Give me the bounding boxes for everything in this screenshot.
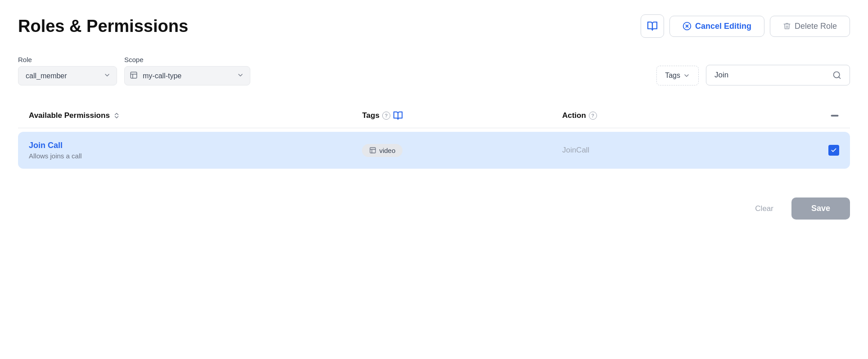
tags-filter-label: Tags [665,72,680,80]
search-icon [832,71,841,80]
tag-label: video [379,147,395,154]
form-row: Role call_member Scope my-call-type [18,56,850,85]
delete-role-button[interactable]: Delete Role [770,16,850,37]
role-label: Role [18,56,117,63]
col-header-tags: Tags ? [362,111,562,121]
svg-rect-6 [832,115,838,116]
col-permissions-label: Available Permissions [29,111,110,120]
svg-line-5 [839,77,841,79]
role-field-group: Role call_member [18,56,117,85]
scope-field-group: Scope my-call-type [124,56,250,85]
svg-rect-7 [370,148,375,153]
tag-type-icon [369,147,376,154]
search-input[interactable] [714,71,829,80]
delete-role-label: Delete Role [795,22,837,31]
col-header-permissions: Available Permissions [29,111,362,120]
cancel-icon [683,22,692,31]
tags-help-icon[interactable]: ? [382,112,390,120]
table-header: Available Permissions Tags ? Action ? [18,103,850,128]
cancel-editing-label: Cancel Editing [695,22,751,31]
scope-label: Scope [124,56,250,63]
role-select-wrapper: call_member [18,66,117,85]
col-tags-book-icon[interactable] [393,111,403,121]
permission-checkbox[interactable] [828,145,839,156]
permission-name: Join Call [29,141,362,150]
action-help-icon[interactable]: ? [589,112,597,120]
scope-select-wrapper: my-call-type [124,66,250,85]
tag-badge: video [362,144,402,157]
permission-tags: video [362,144,562,157]
permission-checkbox-wrapper[interactable] [812,145,839,156]
col-action-label: Action [562,111,586,120]
role-select[interactable]: call_member [18,66,117,85]
permission-info: Join Call Allows joins a call [29,141,362,160]
scope-select[interactable]: my-call-type [124,66,250,85]
header-actions: Cancel Editing Delete Role [641,14,850,38]
page-title: Roles & Permissions [18,17,188,36]
save-button[interactable]: Save [791,197,850,220]
permission-description: Allows joins a call [29,152,362,160]
trash-icon [783,22,791,30]
page-header: Roles & Permissions Cancel Editing De [18,14,850,38]
sort-icon[interactable] [113,112,120,119]
cancel-editing-button[interactable]: Cancel Editing [669,16,764,37]
clear-button[interactable]: Clear [746,199,782,219]
permission-list: Join Call Allows joins a call video Join… [18,132,850,169]
book-open-icon [647,21,658,31]
table-row: Join Call Allows joins a call video Join… [18,132,850,169]
footer-actions: Clear Save [18,190,850,220]
book-icon-button[interactable] [641,14,664,38]
tags-filter-dropdown[interactable]: Tags [656,66,699,85]
col-tags-label: Tags [362,111,379,120]
permission-action: JoinCall [562,146,812,155]
search-box [706,65,850,85]
col-header-action: Action ? [562,111,812,120]
col-header-minimize[interactable] [812,111,839,120]
tags-chevron-icon [683,72,690,79]
